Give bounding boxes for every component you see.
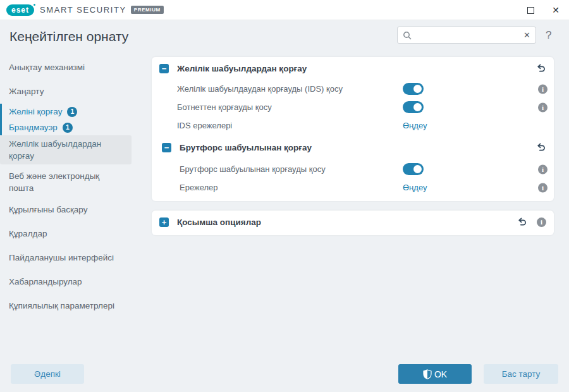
cancel-button[interactable]: Бас тарту	[484, 364, 558, 384]
setting-label: Желілік шабуылдаудан қорғауды (IDS) қосу	[177, 84, 343, 94]
attention-badge: 1	[67, 107, 77, 117]
section-title: Желілік шабуылдардан қорғау	[177, 64, 307, 73]
ids-toggle-on[interactable]	[403, 83, 424, 95]
search-input[interactable]	[415, 30, 520, 40]
eset-logo: eset	[6, 4, 34, 16]
collapse-icon[interactable]: −	[159, 64, 169, 73]
setting-label: Ботнеттен қорғауды қосу	[177, 102, 272, 112]
bruteforce-toggle-on[interactable]	[403, 163, 424, 175]
attention-badge: 1	[63, 123, 73, 133]
info-icon[interactable]: i	[538, 183, 548, 192]
edit-rules-link[interactable]: Өңдеу	[403, 183, 427, 192]
info-icon[interactable]: i	[537, 217, 546, 227]
sidebar-item-privacy-settings[interactable]: Құпиялылық параметрлері	[0, 294, 147, 318]
setting-label: Ережелер	[180, 183, 218, 192]
sidebar-item-device-control[interactable]: Құрылғыны басқару	[0, 198, 147, 222]
sidebar-item-firewall[interactable]: Брандмауэр1	[2, 119, 147, 135]
expand-icon[interactable]: +	[159, 217, 169, 227]
help-icon[interactable]: ?	[546, 29, 551, 42]
sidebar-item-update[interactable]: Жаңарту	[0, 80, 147, 104]
sidebar-item-network-protection[interactable]: Желіні қорғау1	[2, 104, 147, 119]
titlebar: eset SMART SECURITY PREMIUM ✕	[0, 0, 569, 20]
section-header-network-attack: − Желілік шабуылдардан қорғау	[152, 57, 554, 80]
sidebar-item-network-attack-protection[interactable]: Желілік шабуылдардан қорғау	[0, 135, 132, 164]
subsection-title: Брутфорс шабуылынан қорғау	[180, 143, 312, 152]
sidebar-item-web-email[interactable]: Веб және электрондық пошта	[0, 164, 132, 198]
revert-icon[interactable]	[536, 142, 546, 152]
revert-icon[interactable]	[536, 63, 546, 73]
toggle-knob	[413, 165, 422, 173]
info-icon[interactable]: i	[538, 164, 548, 174]
sidebar-item-user-interface[interactable]: Пайдаланушы интерфейсі	[0, 246, 147, 270]
search-icon	[403, 31, 412, 40]
brand-title: SMART SECURITY	[40, 5, 126, 15]
info-icon[interactable]: i	[538, 84, 548, 94]
close-button[interactable]: ✕	[548, 2, 564, 18]
sidebar-item-tools[interactable]: Құралдар	[0, 222, 147, 246]
setting-label: Брутфорс шабуылынан қорғауды қосу	[180, 164, 326, 174]
toggle-knob	[413, 103, 422, 111]
close-icon: ✕	[552, 6, 560, 15]
network-attack-protection-panel: − Желілік шабуылдардан қорғау Желілік ша…	[152, 57, 554, 201]
botnet-toggle-on[interactable]	[403, 101, 424, 113]
section-header-bruteforce: − Брутфорс шабуылынан қорғау	[152, 135, 554, 160]
info-icon[interactable]: i	[538, 102, 548, 112]
setting-row-ids: Желілік шабуылдаудан қорғауды (IDS) қосу…	[152, 80, 554, 98]
collapse-icon[interactable]: −	[162, 143, 171, 152]
setting-row-rules: Ережелер Өңдеу i	[152, 178, 554, 197]
sidebar-group-network: Желіні қорғау1 Брандмауэр1	[0, 104, 147, 135]
setting-row-ids-rules: IDS ережелері Өңдеу	[152, 116, 554, 135]
edit-ids-rules-link[interactable]: Өңдеу	[403, 121, 427, 130]
ok-button[interactable]: OK	[398, 364, 472, 384]
sidebar-item-detection-engine[interactable]: Анықтау механизмі	[0, 56, 147, 80]
revert-icon[interactable]	[517, 217, 527, 227]
maximize-icon	[527, 7, 534, 14]
window-controls: ✕	[522, 0, 564, 20]
search-clear-icon[interactable]: ✕	[523, 30, 530, 40]
toggle-knob	[413, 85, 422, 93]
default-button[interactable]: Әдепкі	[11, 364, 84, 384]
section-header-additional-options: + Қосымша опциялар i	[152, 211, 554, 233]
section-title: Қосымша опциялар	[177, 217, 261, 227]
setting-label: IDS ережелері	[177, 121, 232, 130]
sidebar: Анықтау механизмі Жаңарту Желіні қорғау1…	[0, 56, 147, 318]
sidebar-item-notifications[interactable]: Хабарландырулар	[0, 270, 147, 294]
page-title: Кеңейтілген орнату	[9, 29, 128, 44]
additional-options-panel: + Қосымша опциялар i	[152, 211, 554, 235]
premium-badge: PREMIUM	[131, 6, 164, 14]
setting-row-botnet: Ботнеттен қорғауды қосу i	[152, 98, 554, 116]
setting-row-bruteforce: Брутфорс шабуылынан қорғауды қосу i	[152, 160, 554, 178]
admin-shield-icon	[423, 369, 432, 379]
maximize-button[interactable]	[522, 2, 539, 18]
search-box[interactable]: ✕	[397, 27, 536, 44]
